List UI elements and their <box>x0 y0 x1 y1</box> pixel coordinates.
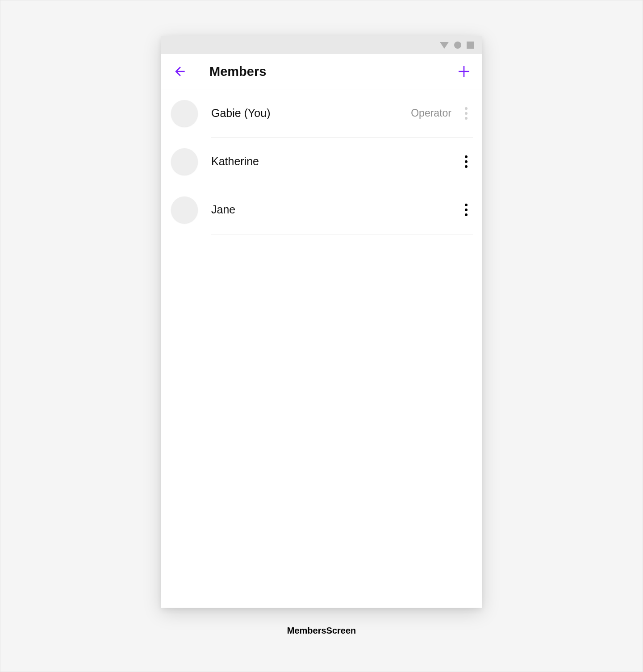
more-vertical-icon <box>465 107 468 120</box>
device-frame: Members Gabie (You)OperatorKatherineJane <box>161 36 482 608</box>
avatar <box>171 148 198 175</box>
member-row-content: Gabie (You)Operator <box>211 89 473 138</box>
member-row[interactable]: Katherine <box>161 138 482 186</box>
status-circle-icon <box>454 42 461 49</box>
screen-label: MembersScreen <box>287 626 356 636</box>
member-more-button[interactable] <box>459 153 473 171</box>
add-member-button[interactable] <box>455 63 473 80</box>
member-row[interactable]: Jane <box>161 186 482 234</box>
more-vertical-icon <box>465 155 468 168</box>
app-bar: Members <box>161 54 482 89</box>
member-more-button[interactable] <box>459 201 473 219</box>
member-row-content: Katherine <box>211 138 473 186</box>
member-name: Katherine <box>211 155 459 168</box>
status-triangle-icon <box>440 42 449 49</box>
page-title: Members <box>209 64 455 79</box>
avatar <box>171 100 198 127</box>
status-bar <box>161 36 482 54</box>
member-name: Gabie (You) <box>211 107 411 120</box>
status-square-icon <box>467 42 474 49</box>
members-list: Gabie (You)OperatorKatherineJane <box>161 89 482 608</box>
member-name: Jane <box>211 203 459 216</box>
back-button[interactable] <box>171 63 189 80</box>
member-row-content: Jane <box>211 186 473 234</box>
member-row[interactable]: Gabie (You)Operator <box>161 89 482 138</box>
plus-icon <box>457 64 471 79</box>
member-more-button <box>459 104 473 122</box>
more-vertical-icon <box>465 204 468 216</box>
avatar <box>171 196 198 223</box>
arrow-left-icon <box>173 64 187 79</box>
member-role: Operator <box>411 107 451 119</box>
